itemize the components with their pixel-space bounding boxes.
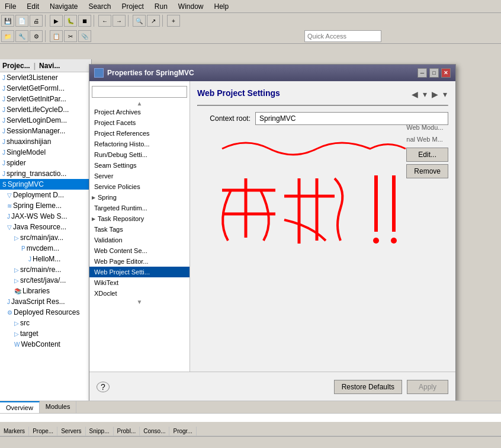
context-root-label: Context root:: [197, 114, 250, 123]
forward-arrow-button[interactable]: ▶: [431, 88, 439, 100]
tree-item-servletgetinit[interactable]: JServletGetInitPar...: [0, 94, 91, 104]
tab-console[interactable]: Conso...: [140, 427, 169, 436]
nav-item-spring[interactable]: Spring: [89, 192, 190, 203]
restore-defaults-button[interactable]: Restore Defaults: [334, 380, 402, 394]
tb-btn-f[interactable]: 📎: [78, 30, 91, 42]
nav-item-task-repository[interactable]: Task Repository: [89, 213, 190, 224]
tree-item-deployed[interactable]: ⚙Deployed Resources: [0, 307, 91, 318]
tb-btn-d[interactable]: 📋: [50, 30, 63, 42]
tree-item-src[interactable]: ▷src: [0, 318, 91, 328]
tree-item-spring-elem[interactable]: ≋Spring Eleme...: [0, 200, 91, 211]
tree-item-servletlogin[interactable]: JServletLoginDem...: [0, 115, 91, 126]
nav-item-server[interactable]: Server: [89, 171, 190, 181]
nav-item-task-tags[interactable]: Task Tags: [89, 224, 190, 235]
scroll-up[interactable]: ▲: [89, 100, 190, 107]
tab-props[interactable]: Prope...: [29, 427, 57, 436]
tree-item-deployment[interactable]: ▽Deployment D...: [0, 190, 91, 200]
tree-item-servletlc[interactable]: JServletLifeCycleD...: [0, 104, 91, 115]
nav-item-xdoclet[interactable]: XDoclet: [89, 288, 190, 299]
tb-btn-c[interactable]: ⚙: [30, 30, 43, 42]
tree-item-spring-tx[interactable]: Jspring_transactio...: [0, 168, 91, 179]
nav-item-targeted-runtime[interactable]: Targeted Runtim...: [89, 203, 190, 213]
nav-item-service-policies[interactable]: Service Policies: [89, 181, 190, 192]
menu-window[interactable]: Window: [176, 1, 206, 12]
nav-item-project-references[interactable]: Project References: [89, 128, 190, 139]
tree-item-srcmainre[interactable]: ▷src/main/re...: [0, 264, 91, 275]
dropdown-arrow2-button[interactable]: ▾: [442, 88, 448, 100]
nav-item-web-project-settings[interactable]: Web Project Setti...: [89, 267, 190, 277]
bottom-tabs: Overview Modules: [0, 401, 501, 414]
tree-item-libraries[interactable]: 📚Libraries: [0, 286, 91, 296]
tb-stop[interactable]: ⏹: [78, 15, 91, 27]
close-button[interactable]: ✕: [441, 68, 451, 78]
tb-back[interactable]: ←: [98, 15, 111, 27]
quick-access-input[interactable]: [304, 30, 381, 42]
tree-item-srcmainjav[interactable]: ▷src/main/jav...: [0, 232, 91, 243]
dialog-title: Properties for SpringMVC: [107, 69, 194, 77]
menu-help[interactable]: Help: [212, 1, 232, 12]
tb-ref[interactable]: ↗: [147, 15, 160, 27]
help-button[interactable]: ?: [97, 382, 110, 392]
tab-modules[interactable]: Modules: [40, 401, 77, 413]
menu-file[interactable]: File: [2, 1, 18, 12]
tree-item-singlemodel[interactable]: JSingleModel: [0, 147, 91, 158]
scroll-down[interactable]: ▼: [89, 299, 190, 305]
tb-search[interactable]: 🔍: [133, 15, 146, 27]
tab-snippets[interactable]: Snipp...: [86, 427, 114, 436]
nav-item-web-content[interactable]: Web Content Se...: [89, 245, 190, 256]
nav-item-project-archives[interactable]: Project Archives: [89, 107, 190, 117]
tb-debug[interactable]: 🐛: [64, 15, 77, 27]
menu-edit[interactable]: Edit: [24, 1, 41, 12]
nav-search-input[interactable]: [92, 86, 187, 98]
tb-new[interactable]: +: [167, 15, 180, 27]
tb-run[interactable]: ▶: [50, 15, 63, 27]
tree-item-webcontent[interactable]: WWebContent: [0, 339, 91, 350]
tree-item-target[interactable]: ▷target: [0, 328, 91, 339]
tb-save[interactable]: 💾: [1, 15, 14, 27]
tab-markers[interactable]: Markers: [0, 427, 29, 436]
remove-button[interactable]: Remove: [406, 164, 448, 178]
nav-item-refactoring[interactable]: Refactoring Histo...: [89, 139, 190, 149]
maximize-button[interactable]: □: [429, 68, 439, 78]
tab-problems[interactable]: Probl...: [114, 427, 140, 436]
tree-item-mvcdem[interactable]: Pmvcdem...: [0, 243, 91, 254]
nav-item-web-page-editor[interactable]: Web Page Editor...: [89, 256, 190, 267]
context-root-input[interactable]: [255, 112, 448, 125]
minimize-button[interactable]: ─: [418, 68, 427, 78]
tree-item-spider[interactable]: Jspider: [0, 158, 91, 168]
nav-item-validation[interactable]: Validation: [89, 235, 190, 245]
dropdown-arrow-button[interactable]: ▾: [422, 88, 428, 100]
tree-item-jsres[interactable]: JJavaScript Res...: [0, 296, 91, 307]
tb-btn-a[interactable]: 📁: [1, 30, 14, 42]
menu-project[interactable]: Project: [119, 1, 146, 12]
menu-run[interactable]: Run: [152, 1, 170, 12]
tree-item-jaxws[interactable]: JJAX-WS Web S...: [0, 211, 91, 222]
tree-item-servlet3[interactable]: JServlet3Listener: [0, 72, 91, 83]
nav-item-wikitext[interactable]: WikiText: [89, 277, 190, 288]
tab-progress[interactable]: Progr...: [169, 427, 196, 436]
tree-item-shuaxin[interactable]: Jshuaxinshijian: [0, 136, 91, 147]
nav-item-rundebug[interactable]: Run/Debug Setti...: [89, 149, 190, 160]
tab-overview[interactable]: Overview: [0, 401, 40, 413]
tree-item-java-res[interactable]: ▽Java Resource...: [0, 222, 91, 232]
nav-item-seam[interactable]: Seam Settings: [89, 160, 190, 171]
menu-navigate[interactable]: Navigate: [47, 1, 80, 12]
nav-item-project-facets[interactable]: Project Facets: [89, 117, 190, 128]
tb-btn-b[interactable]: 🔧: [15, 30, 28, 42]
tb-print[interactable]: 🖨: [30, 15, 43, 27]
apply-button[interactable]: Apply: [407, 380, 448, 394]
menu-search[interactable]: Search: [86, 1, 113, 12]
edit-button[interactable]: Edit...: [406, 148, 448, 162]
tab-servers[interactable]: Servers: [57, 427, 85, 436]
dialog-content: ▲ Project Archives Project Facets Projec…: [89, 81, 455, 372]
tb-btn-e[interactable]: ✂: [64, 30, 77, 42]
tree-item-srctestjava[interactable]: ▷src/test/java/...: [0, 275, 91, 286]
back-arrow-button[interactable]: ◀: [410, 88, 419, 100]
properties-dialog: Properties for SpringMVC ─ □ ✕ ▲ Project…: [89, 64, 456, 402]
tb-forward[interactable]: →: [113, 15, 126, 27]
tb-save2[interactable]: 📄: [15, 15, 28, 27]
tree-item-hellom[interactable]: JHelloM...: [0, 254, 91, 264]
tree-item-springmvc[interactable]: SSpringMVC: [0, 179, 91, 190]
tree-item-servletget[interactable]: JServletGetFormI...: [0, 83, 91, 94]
tree-item-sessionmgr[interactable]: JSessionManager...: [0, 126, 91, 136]
